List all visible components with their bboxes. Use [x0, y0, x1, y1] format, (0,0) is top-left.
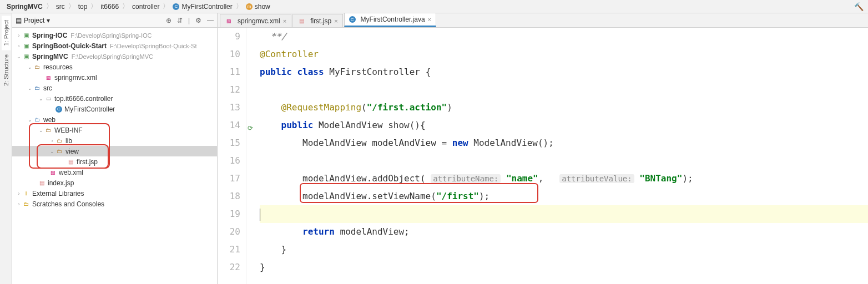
class-icon: C [349, 16, 356, 23]
tree-file-first-jsp[interactable]: first.jsp [12, 156, 217, 167]
left-tool-strip: 1: Project 2: Structure [0, 13, 12, 284]
jsp-icon [297, 17, 305, 25]
tree-folder-src[interactable]: ⌄src [12, 83, 217, 93]
tree-folder-web[interactable]: ⌄web [12, 114, 217, 125]
crumb-controller[interactable]: controller [130, 3, 162, 11]
project-view-selector[interactable]: ▤ Project ▾ [16, 17, 50, 24]
tab-myfirstcontroller[interactable]: CMyFirstController.java× [344, 13, 436, 27]
project-tree[interactable]: ›Spring-IOCF:\Develop\Spring\Spring-IOC … [12, 28, 217, 284]
tree-external-libraries[interactable]: ›⫴External Libraries [12, 188, 217, 199]
close-icon[interactable]: × [428, 16, 431, 23]
chevron-right-icon: 〉 [46, 2, 53, 11]
xml-icon [225, 17, 233, 25]
tree-file-index-jsp[interactable]: index.jsp [12, 178, 217, 188]
text-cursor [260, 209, 260, 221]
gear-icon[interactable]: ⚙ [195, 17, 201, 24]
tree-folder-view[interactable]: ⌄view [12, 146, 217, 156]
side-tab-project[interactable]: 1: Project [2, 16, 11, 50]
tab-first-jsp[interactable]: first.jsp× [292, 14, 342, 27]
tree-module-spring-ioc[interactable]: ›Spring-IOCF:\Develop\Spring\Spring-IOC [12, 30, 217, 40]
tree-file-web-xml[interactable]: web.xml [12, 167, 217, 178]
divider: | [188, 17, 190, 24]
crumb-method[interactable]: mshow [244, 3, 272, 11]
chevron-right-icon: 〉 [122, 2, 129, 11]
breadcrumb: SpringMVC 〉 src 〉 top 〉 it6666 〉 control… [0, 0, 868, 13]
crumb-root[interactable]: SpringMVC [4, 3, 45, 11]
code-area[interactable]: **/ @Controller public class MyFirstCont… [258, 28, 868, 284]
hide-icon[interactable]: — [207, 17, 214, 24]
chevron-right-icon: 〉 [163, 2, 169, 11]
crumb-class[interactable]: CMyFirstController [170, 3, 234, 11]
crumb-it6666[interactable]: it6666 [98, 3, 121, 11]
tree-package[interactable]: ⌄top.it6666.controller [12, 93, 217, 104]
close-icon[interactable]: × [334, 18, 337, 24]
crumb-top[interactable]: top [76, 3, 90, 11]
tree-class-myfirstcontroller[interactable]: CMyFirstController [12, 104, 217, 114]
tree-scratches[interactable]: ›Scratches and Consoles [12, 199, 217, 209]
tree-folder-webinf[interactable]: ⌄WEB-INF [12, 125, 217, 135]
crumb-src[interactable]: src [54, 3, 67, 11]
run-gutter-icon[interactable]: ⟳ [248, 119, 253, 137]
class-icon: C [173, 3, 179, 10]
project-header: ▤ Project ▾ ⊕ ⇵ | ⚙ — [12, 13, 217, 28]
collapse-icon[interactable]: ⇵ [177, 17, 183, 24]
tree-folder-lib[interactable]: ›lib [12, 135, 217, 146]
tree-file-springmvc-xml[interactable]: springmvc.xml [12, 72, 217, 83]
project-tool-window: ▤ Project ▾ ⊕ ⇵ | ⚙ — ›Spring-IOCF:\Deve… [12, 13, 218, 284]
tree-folder-resources[interactable]: ⌄resources [12, 62, 217, 72]
marker-column: ⟳ [246, 28, 258, 284]
editor[interactable]: 910111213141516171819202122 ⟳ **/ @Contr… [218, 28, 868, 284]
close-icon[interactable]: × [283, 18, 286, 24]
editor-tabs: springmvc.xml× first.jsp× CMyFirstContro… [218, 13, 868, 28]
method-icon: m [246, 3, 253, 10]
gutter[interactable]: 910111213141516171819202122 [218, 28, 246, 284]
tree-module-springmvc[interactable]: ⌄SpringMVCF:\Develop\Spring\SpringMVC [12, 51, 217, 62]
tree-module-springboot[interactable]: ›SpringBoot-Quick-StartF:\Develop\Spring… [12, 40, 217, 51]
chevron-right-icon: 〉 [68, 2, 75, 11]
side-tab-structure[interactable]: 2: Structure [2, 50, 11, 90]
chevron-right-icon: 〉 [236, 2, 243, 11]
tab-springmvc-xml[interactable]: springmvc.xml× [220, 14, 291, 27]
chevron-right-icon: 〉 [90, 2, 97, 11]
locate-icon[interactable]: ⊕ [166, 17, 171, 24]
build-icon[interactable]: 🔨 [854, 2, 864, 11]
editor-panel: springmvc.xml× first.jsp× CMyFirstContro… [218, 13, 868, 284]
